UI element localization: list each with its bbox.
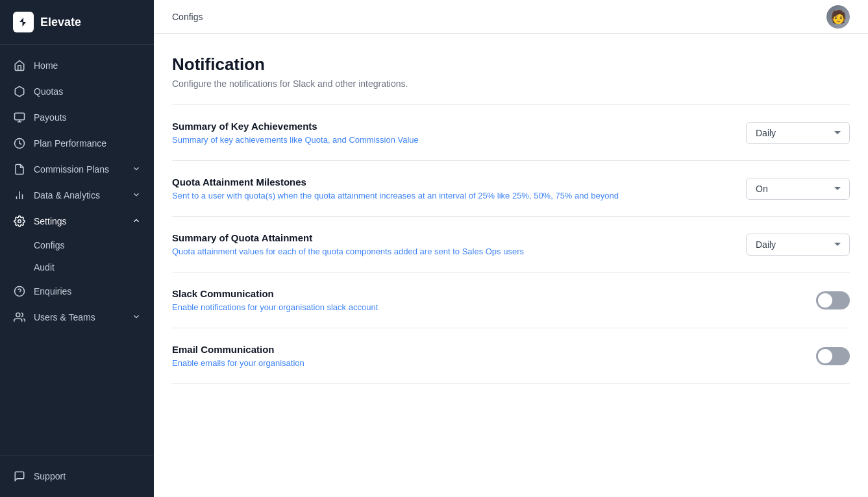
- sidebar-item-payouts-label: Payouts: [34, 112, 67, 123]
- chevron-up-icon: [132, 216, 141, 227]
- setting-control-summary-quota-attainment[interactable]: Daily Weekly Monthly Off: [746, 234, 850, 256]
- toggle-email-communication[interactable]: [816, 347, 850, 365]
- svg-point-8: [16, 313, 20, 317]
- sidebar-item-audit-label: Audit: [34, 262, 55, 273]
- sidebar-item-commission-plans-label: Commission Plans: [34, 164, 109, 175]
- dropdown-summary-quota-attainment[interactable]: Daily Weekly Monthly Off: [746, 234, 850, 256]
- sidebar-item-settings[interactable]: Settings: [0, 208, 154, 234]
- setting-desc-email-communication: Enable emails for your organisation: [172, 358, 691, 368]
- toggle-slack-communication[interactable]: [816, 291, 850, 309]
- sidebar-nav: Home Quotas Payouts Plan Performance: [0, 45, 154, 455]
- quotas-icon: [13, 85, 26, 98]
- sidebar-item-settings-label: Settings: [34, 216, 67, 226]
- setting-info-summary-quota-attainment: Summary of Quota Attainment Quota attain…: [172, 232, 691, 256]
- sidebar-logo: Elevate: [0, 0, 154, 45]
- sidebar-item-data-analytics-label: Data & Analytics: [34, 190, 100, 200]
- setting-row-summary-quota-attainment: Summary of Quota Attainment Quota attain…: [172, 217, 850, 273]
- app-logo-icon: [13, 12, 34, 32]
- setting-desc-slack-communication: Enable notifications for your organisati…: [172, 302, 691, 312]
- sidebar-item-payouts[interactable]: Payouts: [0, 104, 154, 130]
- page-title: Notification: [172, 55, 850, 75]
- setting-info-slack-communication: Slack Communication Enable notifications…: [172, 288, 691, 312]
- sidebar-item-plan-performance[interactable]: Plan Performance: [0, 130, 154, 156]
- sidebar-item-plan-performance-label: Plan Performance: [34, 138, 106, 149]
- setting-title-quota-attainment-milestones: Quota Attainment Milestones: [172, 176, 691, 188]
- setting-title-email-communication: Email Communication: [172, 344, 691, 355]
- svg-rect-0: [15, 113, 25, 120]
- avatar[interactable]: 🧑: [826, 5, 850, 29]
- setting-desc-summary-quota-attainment: Quota attainment values for each of the …: [172, 247, 691, 256]
- dropdown-summary-key-achievements[interactable]: Daily Weekly Monthly Off: [746, 122, 850, 144]
- sidebar-item-commission-plans[interactable]: Commission Plans: [0, 156, 154, 182]
- plan-performance-icon: [13, 137, 26, 150]
- sidebar-item-quotas-label: Quotas: [34, 86, 63, 97]
- commission-plans-icon: [13, 163, 26, 176]
- setting-title-summary-quota-attainment: Summary of Quota Attainment: [172, 232, 691, 243]
- sidebar-item-enquiries[interactable]: Enquiries: [0, 278, 154, 304]
- setting-info-summary-key-achievements: Summary of Key Achievements Summary of k…: [172, 121, 691, 145]
- setting-title-summary-key-achievements: Summary of Key Achievements: [172, 121, 691, 132]
- settings-icon: [13, 215, 26, 228]
- setting-desc-quota-attainment-milestones: Sent to a user with quota(s) when the qu…: [172, 191, 691, 200]
- toggle-slack-slider: [816, 291, 850, 309]
- sidebar-item-users-teams-label: Users & Teams: [34, 312, 95, 322]
- setting-info-email-communication: Email Communication Enable emails for yo…: [172, 344, 691, 368]
- app-name: Elevate: [40, 16, 81, 29]
- dropdown-quota-attainment-milestones[interactable]: On Off: [746, 178, 850, 200]
- setting-control-quota-attainment-milestones[interactable]: On Off: [746, 178, 850, 200]
- sidebar-item-users-teams[interactable]: Users & Teams: [0, 304, 154, 330]
- support-icon: [13, 470, 26, 483]
- sidebar-item-enquiries-label: Enquiries: [34, 286, 71, 297]
- avatar-image: 🧑: [826, 5, 850, 29]
- setting-row-email-communication: Email Communication Enable emails for yo…: [172, 328, 850, 384]
- setting-info-quota-attainment-milestones: Quota Attainment Milestones Sent to a us…: [172, 176, 691, 200]
- sidebar-item-home-label: Home: [34, 60, 58, 71]
- setting-control-summary-key-achievements[interactable]: Daily Weekly Monthly Off: [746, 122, 850, 144]
- sidebar-item-quotas[interactable]: Quotas: [0, 79, 154, 104]
- chevron-down-icon: [132, 190, 141, 201]
- sidebar-bottom: Support: [0, 455, 154, 497]
- svg-point-5: [18, 220, 21, 223]
- page-subtitle: Configure the notifications for Slack an…: [172, 79, 850, 89]
- sidebar: Elevate Home Quotas Payouts: [0, 0, 154, 497]
- enquiries-icon: [13, 285, 26, 298]
- setting-desc-summary-key-achievements: Summary of key achievements like Quota, …: [172, 135, 691, 145]
- setting-row-slack-communication: Slack Communication Enable notifications…: [172, 273, 850, 328]
- sidebar-item-configs-label: Configs: [34, 240, 64, 250]
- toggle-email-slider: [816, 347, 850, 365]
- setting-title-slack-communication: Slack Communication: [172, 288, 691, 299]
- breadcrumb: Configs: [172, 12, 203, 22]
- chevron-down-icon: [132, 164, 141, 175]
- settings-sub-nav: Configs Audit: [0, 234, 154, 278]
- home-icon: [13, 59, 26, 72]
- chevron-down-icon: [132, 312, 141, 323]
- sidebar-item-support[interactable]: Support: [0, 463, 154, 489]
- sidebar-item-audit[interactable]: Audit: [0, 256, 154, 278]
- payouts-icon: [13, 111, 26, 124]
- users-teams-icon: [13, 311, 26, 324]
- setting-control-slack-communication[interactable]: [816, 291, 850, 309]
- topbar: Configs 🧑: [154, 0, 868, 34]
- setting-row-quota-attainment-milestones: Quota Attainment Milestones Sent to a us…: [172, 161, 850, 217]
- setting-row-summary-key-achievements: Summary of Key Achievements Summary of k…: [172, 105, 850, 161]
- main-content: Configs 🧑 Notification Configure the not…: [154, 0, 868, 497]
- sidebar-item-configs[interactable]: Configs: [0, 234, 154, 256]
- sidebar-item-support-label: Support: [34, 471, 66, 481]
- content-area: Notification Configure the notifications…: [154, 34, 868, 497]
- setting-control-email-communication[interactable]: [816, 347, 850, 365]
- sidebar-item-home[interactable]: Home: [0, 53, 154, 79]
- data-analytics-icon: [13, 189, 26, 202]
- sidebar-item-data-analytics[interactable]: Data & Analytics: [0, 182, 154, 208]
